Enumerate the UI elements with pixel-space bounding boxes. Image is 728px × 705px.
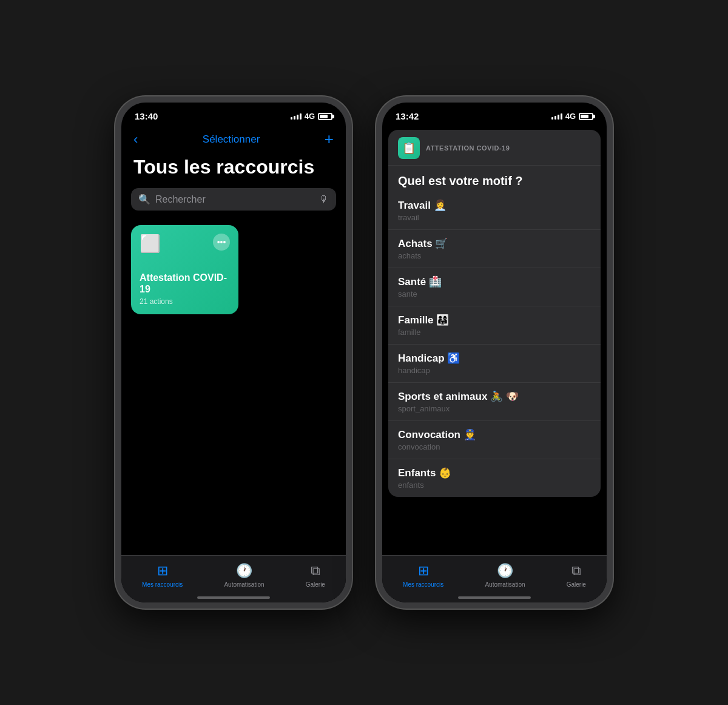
modal-area: 📋 ATTESTATION COVID-19 Quel est votre mo…: [382, 125, 607, 602]
tab-automatisation-1[interactable]: 🕐 Automatisation: [224, 563, 264, 588]
back-button-1[interactable]: ‹: [133, 132, 138, 147]
menu-item-travail[interactable]: Travail 👩‍💼 travail: [388, 192, 601, 230]
modal-header: 📋 ATTESTATION COVID-19: [388, 130, 601, 166]
tab-bar-1: ⊞ Mes raccourcis 🕐 Automatisation ⧉ Gale…: [121, 555, 346, 602]
grid-icon-1: ⊞: [157, 563, 168, 579]
tab-galerie-2[interactable]: ⧉ Galerie: [567, 563, 586, 588]
menu-item-sub-famille: famille: [398, 328, 591, 337]
phone-2: 13:42 4G 📋 ATTESTATION COVID-19: [376, 96, 613, 609]
menu-item-title-famille: Famille 👨‍👩‍👧: [398, 314, 591, 326]
card-actions: 21 actions: [140, 297, 230, 306]
time-2: 13:42: [396, 111, 419, 121]
menu-item-title-handicap: Handicap ♿: [398, 352, 591, 365]
tab-mes-raccourcis-1[interactable]: ⊞ Mes raccourcis: [142, 563, 183, 588]
battery-icon-2: [579, 113, 593, 120]
mic-icon[interactable]: 🎙: [319, 194, 329, 205]
menu-item-sante[interactable]: Santé 🏥 sante: [388, 268, 601, 306]
tab-label-automatisation-1: Automatisation: [224, 581, 264, 588]
nav-bar-1: ‹ Sélectionner +: [121, 125, 346, 153]
card-header: ⬜ •••: [140, 234, 230, 254]
menu-item-sub-enfants: enfants: [398, 481, 591, 490]
tab-bar-2: ⊞ Mes raccourcis 🕐 Automatisation ⧉ Gale…: [382, 555, 607, 602]
menu-item-sub-convocation: convocation: [398, 442, 591, 451]
modal-app-title: ATTESTATION COVID-19: [426, 144, 510, 152]
grid-icon-2: ⊞: [418, 563, 429, 579]
add-button[interactable]: +: [325, 130, 334, 149]
menu-item-sub-travail: travail: [398, 213, 591, 222]
modal-question: Quel est votre motif ?: [388, 166, 601, 192]
menu-item-handicap[interactable]: Handicap ♿ handicap: [388, 345, 601, 383]
card-name: Attestation COVID-19: [140, 272, 230, 295]
menu-item-title-sante: Santé 🏥: [398, 275, 591, 288]
menu-item-achats[interactable]: Achats 🛒 achats: [388, 230, 601, 268]
tab-label-mes-raccourcis-2: Mes raccourcis: [403, 581, 443, 588]
network-label-1: 4G: [305, 112, 315, 121]
battery-icon-1: [318, 113, 332, 120]
shortcut-card[interactable]: ⬜ ••• Attestation COVID-19 21 actions: [131, 225, 238, 314]
time-1: 13:40: [135, 111, 158, 121]
menu-item-title-achats: Achats 🛒: [398, 237, 591, 250]
clock-icon-1: 🕐: [236, 563, 252, 579]
page-title-1: Tous les raccourcis: [121, 153, 346, 188]
modal-card: 📋 ATTESTATION COVID-19 Quel est votre mo…: [388, 130, 601, 497]
qr-icon: ⬜: [140, 234, 161, 254]
search-bar[interactable]: 🔍 Rechercher 🎙: [131, 188, 336, 211]
phone-1: 13:40 4G ‹ Sélectionner + Tous les racco…: [115, 96, 352, 609]
screen-1: 13:40 4G ‹ Sélectionner + Tous les racco…: [121, 103, 346, 602]
select-button[interactable]: Sélectionner: [203, 133, 260, 146]
screen-2: 13:42 4G 📋 ATTESTATION COVID-19: [382, 103, 607, 602]
tab-label-galerie-1: Galerie: [306, 581, 325, 588]
menu-list: Travail 👩‍💼 travail Achats 🛒 achats Sant…: [388, 192, 601, 497]
menu-item-enfants[interactable]: Enfants 👶 enfants: [388, 459, 601, 497]
layers-icon-2: ⧉: [571, 563, 581, 579]
menu-item-sub-handicap: handicap: [398, 366, 591, 375]
menu-item-famille[interactable]: Famille 👨‍👩‍👧 famille: [388, 306, 601, 345]
menu-item-title-enfants: Enfants 👶: [398, 467, 591, 479]
home-indicator-2: [458, 596, 531, 599]
tab-label-automatisation-2: Automatisation: [485, 581, 525, 588]
tab-galerie-1[interactable]: ⧉ Galerie: [306, 563, 325, 588]
search-icon: 🔍: [138, 194, 150, 205]
menu-item-title-travail: Travail 👩‍💼: [398, 199, 591, 212]
menu-item-sub-sports: sport_animaux: [398, 404, 591, 413]
network-label-2: 4G: [565, 112, 576, 121]
menu-item-sub-achats: achats: [398, 251, 591, 260]
more-button[interactable]: •••: [213, 234, 230, 251]
signal-icon-2: [551, 113, 562, 120]
tab-automatisation-2[interactable]: 🕐 Automatisation: [485, 563, 525, 588]
status-right-1: 4G: [291, 112, 332, 121]
notch-1: [185, 103, 282, 121]
signal-icon-1: [291, 113, 302, 120]
layers-icon-1: ⧉: [311, 563, 320, 579]
search-placeholder: Rechercher: [155, 194, 314, 205]
menu-item-title-sports: Sports et animaux 🚴 🐶: [398, 390, 591, 403]
clock-icon-2: 🕐: [497, 563, 513, 579]
menu-item-sub-sante: sante: [398, 289, 591, 299]
home-indicator-1: [197, 596, 270, 599]
tab-label-mes-raccourcis-1: Mes raccourcis: [142, 581, 183, 588]
notch-2: [446, 103, 543, 121]
tab-label-galerie-2: Galerie: [567, 581, 586, 588]
menu-item-convocation[interactable]: Convocation 👮 convocation: [388, 421, 601, 459]
tab-mes-raccourcis-2[interactable]: ⊞ Mes raccourcis: [403, 563, 443, 588]
app-icon: 📋: [398, 137, 420, 159]
menu-item-sports[interactable]: Sports et animaux 🚴 🐶 sport_animaux: [388, 383, 601, 421]
menu-item-title-convocation: Convocation 👮: [398, 428, 591, 441]
status-right-2: 4G: [551, 112, 593, 121]
